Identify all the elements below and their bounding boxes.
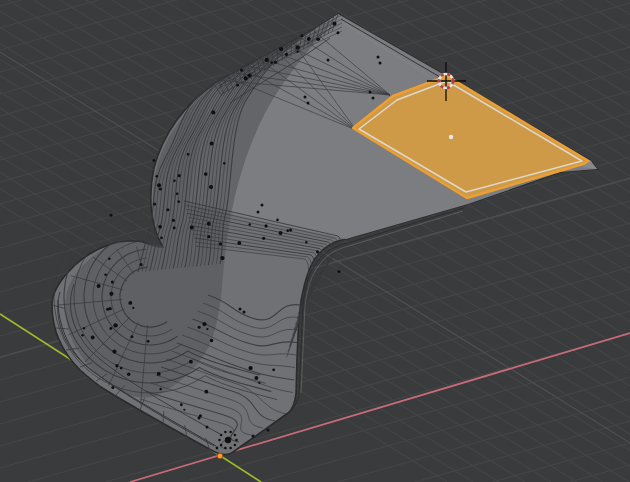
vertex-dot (207, 222, 211, 226)
vertex-dot (337, 270, 340, 273)
ring-vertex-dot (224, 447, 227, 450)
vertex-dot (336, 31, 339, 34)
vertex-dot (190, 225, 194, 229)
vertex-dot (180, 403, 183, 406)
vertex-dot (157, 183, 161, 187)
vertex-dot (211, 110, 215, 114)
vertex-dot (128, 301, 132, 305)
vertex-dot (120, 367, 123, 370)
vertex-dot (204, 390, 208, 394)
vertex-dot (115, 364, 118, 367)
vertex-dot (286, 229, 289, 232)
vertex-dot (316, 37, 320, 41)
vertex-dot (166, 208, 169, 211)
vertex-dot (81, 334, 84, 337)
vertex-dot (248, 366, 252, 370)
vertex-dot (155, 175, 158, 178)
vertex-dot (372, 97, 375, 100)
ring-vertex-dot (235, 439, 238, 442)
vertex-dot (153, 202, 156, 205)
vertex-dot (109, 307, 112, 310)
vertex-dot (219, 242, 222, 245)
ring-vertex-dot (220, 434, 223, 437)
vertex-dot (244, 76, 248, 80)
ring-vertex-dot (229, 431, 232, 434)
vertex-dot (285, 53, 288, 56)
vertex-dot (152, 159, 155, 162)
face-center-dot[interactable] (449, 135, 453, 139)
viewport-3d[interactable] (0, 0, 630, 482)
vertex-dot (147, 340, 150, 343)
ring-vertex-dot (224, 431, 227, 434)
vertex-dot (307, 37, 311, 41)
vertex-dot (278, 231, 282, 235)
vertex-dot (239, 308, 242, 311)
vertex-dot (258, 382, 260, 384)
vertex-dot (160, 236, 163, 239)
vertex-dot (177, 200, 180, 203)
vertex-dot (261, 204, 264, 207)
vertex-dot (109, 292, 113, 296)
vertex-dot (159, 388, 162, 391)
vertex-dot (176, 192, 179, 195)
vertex-dot (377, 56, 380, 59)
vertex-dot (178, 174, 181, 177)
vertex-dot (109, 214, 112, 217)
vertex-dot (267, 429, 270, 432)
vertex-dot (305, 241, 307, 243)
ring-vertex-dot (234, 434, 237, 437)
vertex-dot (289, 228, 292, 231)
vertex-dot (157, 372, 161, 376)
vertex-dot (91, 336, 95, 340)
vertex-dot (130, 335, 133, 338)
vertex-dot (254, 376, 258, 380)
face-dot-secondary (449, 128, 452, 131)
vertex-dot (112, 349, 116, 353)
vertex-dot (209, 185, 213, 189)
vertex-dot (187, 153, 190, 156)
vertex-dot (198, 326, 201, 329)
vertex-dot (172, 219, 175, 222)
vertex-dot (236, 84, 239, 87)
vertex-dot (243, 311, 246, 314)
viewport-canvas[interactable] (0, 0, 630, 482)
vertex-dot (202, 322, 206, 326)
vertex-dot (183, 409, 185, 411)
object-origin-dot[interactable] (217, 453, 223, 459)
vertex-dot (327, 59, 330, 62)
ring-vertex-dot (234, 444, 237, 447)
ring-vertex-dot (220, 444, 223, 447)
vertex-dot (264, 224, 267, 227)
vertex-dot (276, 219, 279, 222)
vertex-dot (274, 61, 277, 64)
vertex-dot (369, 91, 372, 94)
vertex-dot (109, 327, 112, 330)
vertex-dot (307, 102, 310, 105)
vertex-dot (270, 61, 273, 64)
vertex-dot (159, 188, 162, 191)
vertex-dot (252, 435, 255, 438)
vertex-dot (104, 273, 107, 276)
vertex-dot (257, 211, 260, 214)
vertex-dot (249, 223, 252, 226)
vertex-dot (332, 22, 336, 26)
vertex-dot (262, 237, 265, 240)
vertex-dot (247, 73, 251, 77)
vertex-dot (206, 328, 208, 330)
vertex-dot (301, 34, 304, 37)
vertex-dot (108, 258, 111, 261)
vertex-dot (296, 45, 300, 49)
vertex-dot (189, 360, 193, 364)
vertex-dot (304, 96, 307, 99)
vertex-dot (379, 62, 382, 65)
vertex-dot (296, 50, 298, 52)
vertex-dot (316, 250, 319, 253)
vertex-dot (279, 47, 283, 51)
vertex-dot (210, 339, 214, 343)
vertex-dot (204, 172, 208, 176)
ring-vertex-dot (218, 439, 221, 442)
vertex-dot (83, 327, 85, 329)
ring-vertex-dot (216, 447, 219, 450)
vertex-dot (97, 284, 101, 288)
vertex-dot (140, 263, 143, 266)
